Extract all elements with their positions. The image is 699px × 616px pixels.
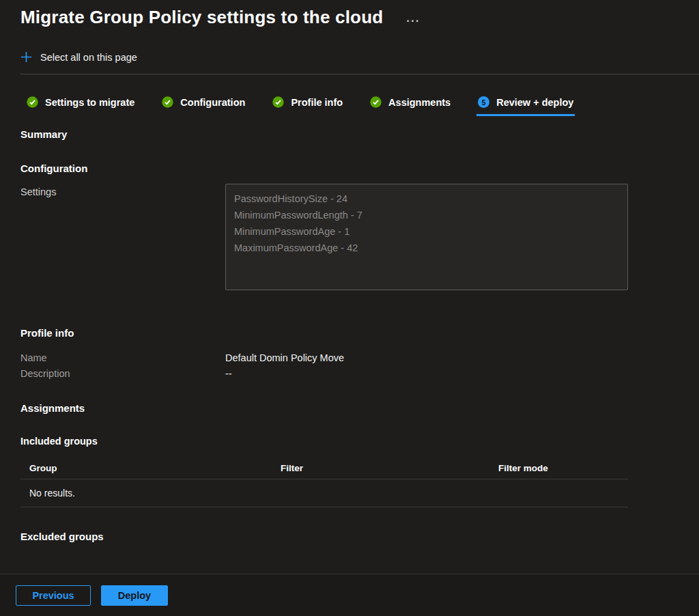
name-row: Name Default Domin Policy Move xyxy=(20,352,699,363)
page-title: Migrate Group Policy settings to the clo… xyxy=(20,7,383,28)
tab-label: Profile info xyxy=(291,97,343,108)
description-label: Description xyxy=(20,368,225,379)
footer-action-bar: Previous Deploy xyxy=(0,574,699,616)
setting-line: MaximumPasswordAge - 42 xyxy=(234,240,619,256)
setting-line: MinimumPasswordLength - 7 xyxy=(234,207,619,223)
excluded-groups-heading: Excluded groups xyxy=(20,531,699,542)
tab-label: Configuration xyxy=(180,97,245,108)
more-options-icon[interactable]: ... xyxy=(406,12,420,24)
select-all-label: Select all on this page xyxy=(40,52,137,63)
tab-label: Assignments xyxy=(388,97,451,108)
included-groups-heading: Included groups xyxy=(20,436,699,447)
description-value: -- xyxy=(225,368,628,379)
column-header-group: Group xyxy=(29,463,281,473)
summary-heading: Summary xyxy=(20,128,699,140)
review-deploy-page: Migrate Group Policy settings to the clo… xyxy=(0,0,699,616)
configuration-heading: Configuration xyxy=(20,163,699,174)
settings-textarea[interactable]: PasswordHistorySize - 24 MinimumPassword… xyxy=(225,184,628,290)
plus-icon xyxy=(20,51,32,63)
tab-label: Settings to migrate xyxy=(45,97,134,108)
settings-label: Settings xyxy=(20,184,225,197)
included-groups-table: Group Filter Filter mode No results. xyxy=(20,463,628,507)
tab-configuration[interactable]: Configuration xyxy=(160,94,246,116)
check-circle-icon xyxy=(370,96,382,108)
wizard-steps: Settings to migrate Configuration Profil… xyxy=(25,94,699,116)
settings-field-row: Settings PasswordHistorySize - 24 Minimu… xyxy=(20,184,699,290)
tab-review-deploy[interactable]: 5 Review + deploy xyxy=(476,94,575,116)
page-header: Migrate Group Policy settings to the clo… xyxy=(20,0,699,28)
step-number-icon: 5 xyxy=(478,96,489,108)
name-label: Name xyxy=(20,352,225,363)
header-divider xyxy=(20,74,699,74)
description-row: Description -- xyxy=(20,368,699,379)
tab-assignments[interactable]: Assignments xyxy=(369,94,452,116)
select-all-button[interactable]: Select all on this page xyxy=(20,51,699,63)
setting-line: PasswordHistorySize - 24 xyxy=(234,191,619,207)
previous-button[interactable]: Previous xyxy=(16,585,91,606)
tab-label: Review + deploy xyxy=(496,97,573,108)
profile-info-heading: Profile info xyxy=(20,327,699,339)
setting-line: MinimumPasswordAge - 1 xyxy=(234,223,619,240)
check-circle-icon xyxy=(162,96,173,108)
name-value: Default Domin Policy Move xyxy=(225,352,628,363)
assignments-heading: Assignments xyxy=(20,402,699,414)
table-header-row: Group Filter Filter mode xyxy=(20,463,628,479)
column-header-filter: Filter xyxy=(281,463,498,473)
check-circle-icon xyxy=(27,96,38,108)
tab-settings-to-migrate[interactable]: Settings to migrate xyxy=(25,94,136,116)
page-content: Migrate Group Policy settings to the clo… xyxy=(0,0,699,574)
deploy-button[interactable]: Deploy xyxy=(101,585,168,606)
column-header-filter-mode: Filter mode xyxy=(498,463,628,473)
table-empty-row: No results. xyxy=(20,479,628,507)
check-circle-icon xyxy=(272,96,284,108)
tab-profile-info[interactable]: Profile info xyxy=(271,94,344,116)
